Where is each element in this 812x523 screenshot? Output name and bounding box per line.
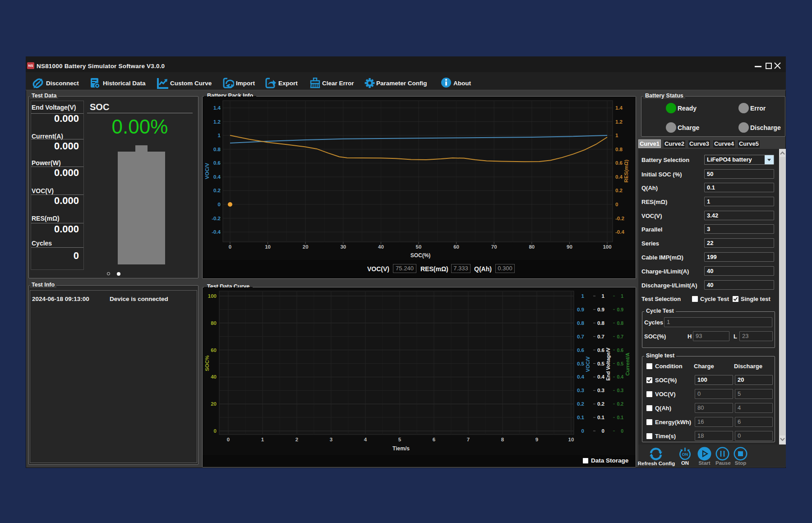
svg-text:0.7: 0.7 (597, 334, 604, 339)
svg-text:1.4: 1.4 (213, 105, 221, 111)
svg-text:80: 80 (529, 244, 535, 250)
svg-text:0.9: 0.9 (597, 307, 604, 312)
svg-text:0.1: 0.1 (577, 415, 585, 420)
svg-text:0.7: 0.7 (617, 334, 623, 339)
svg-text:0.4: 0.4 (213, 174, 221, 180)
svg-text:-0.2: -0.2 (615, 216, 624, 221)
svg-text:0.6: 0.6 (615, 160, 623, 166)
svg-text:0.3: 0.3 (597, 388, 604, 393)
svg-text:-0.2: -0.2 (212, 216, 221, 221)
svg-text:0.3: 0.3 (577, 388, 584, 393)
svg-text:0: 0 (227, 437, 230, 442)
svg-text:0.2: 0.2 (597, 401, 604, 407)
svg-text:4: 4 (364, 437, 367, 442)
svg-text:0: 0 (615, 202, 618, 207)
svg-text:0.8: 0.8 (615, 147, 623, 152)
svg-text:-0.4: -0.4 (615, 229, 624, 235)
svg-text:2: 2 (295, 437, 298, 442)
svg-text:0.9: 0.9 (577, 307, 584, 312)
svg-text:20: 20 (303, 244, 309, 250)
svg-text:0.2: 0.2 (577, 401, 584, 407)
svg-text:80: 80 (211, 320, 217, 326)
svg-text:1: 1 (621, 293, 623, 299)
svg-text:0.8: 0.8 (213, 147, 221, 152)
svg-text:0: 0 (214, 428, 217, 434)
svg-text:60: 60 (453, 244, 459, 250)
svg-text:0.5: 0.5 (597, 361, 605, 366)
svg-text:9: 9 (535, 437, 538, 442)
svg-text:0.1: 0.1 (597, 415, 605, 420)
svg-text:0.5: 0.5 (577, 361, 585, 366)
svg-text:0.8: 0.8 (597, 320, 605, 326)
svg-text:20: 20 (211, 401, 217, 407)
svg-text:3: 3 (330, 437, 332, 442)
svg-text:0: 0 (581, 428, 584, 434)
svg-text:1.2: 1.2 (615, 119, 623, 125)
svg-text:30: 30 (340, 244, 346, 250)
svg-text:5: 5 (398, 437, 401, 442)
svg-text:VOC/V: VOC/V (204, 163, 210, 179)
svg-text:0.2: 0.2 (213, 188, 221, 193)
svg-text:0.6: 0.6 (577, 347, 584, 353)
svg-text:0.9: 0.9 (617, 307, 623, 312)
svg-text:SOC(%): SOC(%) (411, 252, 431, 259)
svg-text:VOC/V: VOC/V (585, 356, 591, 372)
svg-text:Current/A: Current/A (625, 353, 630, 376)
svg-text:0.2: 0.2 (617, 401, 623, 407)
svg-text:90: 90 (567, 244, 572, 250)
svg-text:0.3: 0.3 (617, 388, 623, 393)
svg-text:1: 1 (261, 437, 264, 442)
svg-text:0.4: 0.4 (617, 374, 623, 380)
svg-text:SOC%: SOC% (204, 355, 210, 371)
svg-text:0.8: 0.8 (617, 320, 623, 326)
svg-text:1.4: 1.4 (615, 105, 623, 111)
svg-text:0.2: 0.2 (615, 188, 623, 193)
svg-text:ON: ON (682, 452, 688, 457)
svg-text:0: 0 (229, 244, 231, 250)
svg-text:0.1: 0.1 (617, 415, 623, 420)
svg-text:0: 0 (218, 202, 221, 207)
svg-text:70: 70 (491, 244, 497, 250)
svg-text:60: 60 (211, 347, 217, 353)
svg-text:0: 0 (602, 428, 604, 434)
svg-text:0.4: 0.4 (577, 374, 585, 380)
svg-text:0.6: 0.6 (617, 347, 623, 353)
svg-text:10: 10 (265, 244, 271, 250)
svg-text:-0.4: -0.4 (212, 229, 221, 235)
svg-text:1: 1 (615, 133, 618, 138)
svg-text:1: 1 (581, 293, 585, 299)
svg-text:100: 100 (208, 293, 217, 299)
svg-text:0.6: 0.6 (597, 347, 604, 353)
svg-text:0.4: 0.4 (615, 174, 623, 180)
svg-text:10: 10 (568, 437, 574, 442)
svg-text:6: 6 (433, 437, 435, 442)
svg-text:0.7: 0.7 (577, 334, 584, 339)
svg-text:8: 8 (501, 437, 504, 442)
svg-text:0: 0 (621, 428, 623, 434)
svg-text:0.4: 0.4 (597, 374, 605, 380)
svg-text:End Voltage/V: End Voltage/V (605, 347, 611, 381)
svg-text:RES(mΩ): RES(mΩ) (623, 159, 629, 182)
svg-text:1: 1 (218, 133, 221, 138)
svg-text:7: 7 (467, 437, 470, 442)
svg-text:1.2: 1.2 (213, 119, 221, 125)
svg-text:0.6: 0.6 (213, 160, 221, 166)
svg-text:Tiem/s: Tiem/s (392, 445, 410, 452)
svg-text:40: 40 (211, 374, 217, 380)
svg-text:0.8: 0.8 (577, 320, 585, 326)
svg-text:0.5: 0.5 (617, 361, 623, 366)
svg-text:50: 50 (416, 244, 422, 250)
svg-text:1: 1 (602, 293, 605, 299)
svg-text:100: 100 (603, 244, 611, 250)
svg-text:40: 40 (378, 244, 384, 250)
